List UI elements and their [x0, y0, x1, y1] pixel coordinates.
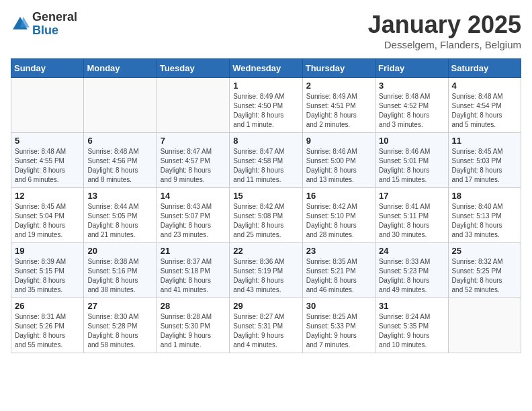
- day-number: 10: [379, 136, 444, 146]
- weekday-header-wednesday: Wednesday: [230, 59, 302, 78]
- day-info: Sunrise: 8:24 AM Sunset: 5:35 PM Dayligh…: [379, 312, 444, 350]
- day-info: Sunrise: 8:32 AM Sunset: 5:25 PM Dayligh…: [452, 257, 517, 295]
- day-info: Sunrise: 8:49 AM Sunset: 4:50 PM Dayligh…: [233, 92, 298, 130]
- weekday-header-sunday: Sunday: [11, 59, 84, 78]
- day-info: Sunrise: 8:48 AM Sunset: 4:52 PM Dayligh…: [379, 92, 444, 130]
- week-row-3: 12Sunrise: 8:45 AM Sunset: 5:04 PM Dayli…: [11, 188, 521, 243]
- day-number: 27: [87, 301, 152, 311]
- week-row-4: 19Sunrise: 8:39 AM Sunset: 5:15 PM Dayli…: [11, 243, 521, 298]
- day-number: 1: [233, 81, 298, 91]
- weekday-header-monday: Monday: [84, 59, 157, 78]
- day-info: Sunrise: 8:46 AM Sunset: 5:00 PM Dayligh…: [306, 147, 371, 185]
- weekday-header-friday: Friday: [375, 59, 448, 78]
- day-number: 24: [379, 246, 444, 256]
- day-number: 5: [15, 136, 80, 146]
- day-info: Sunrise: 8:27 AM Sunset: 5:31 PM Dayligh…: [233, 312, 298, 350]
- day-cell: [11, 78, 84, 133]
- day-number: 31: [379, 301, 444, 311]
- day-cell: 29Sunrise: 8:27 AM Sunset: 5:31 PM Dayli…: [230, 298, 302, 353]
- day-cell: 18Sunrise: 8:40 AM Sunset: 5:13 PM Dayli…: [448, 188, 521, 243]
- day-number: 18: [452, 191, 517, 201]
- logo: General Blue: [11, 11, 77, 38]
- day-number: 8: [233, 136, 298, 146]
- day-info: Sunrise: 8:25 AM Sunset: 5:33 PM Dayligh…: [306, 312, 371, 350]
- day-cell: 24Sunrise: 8:33 AM Sunset: 5:23 PM Dayli…: [375, 243, 448, 298]
- day-number: 26: [15, 301, 80, 311]
- day-info: Sunrise: 8:48 AM Sunset: 4:54 PM Dayligh…: [452, 92, 517, 130]
- day-cell: 4Sunrise: 8:48 AM Sunset: 4:54 PM Daylig…: [448, 78, 521, 133]
- day-number: 3: [379, 81, 444, 91]
- day-number: 20: [87, 246, 152, 256]
- day-number: 25: [452, 246, 517, 256]
- day-cell: 13Sunrise: 8:44 AM Sunset: 5:05 PM Dayli…: [84, 188, 157, 243]
- title-area: January 2025 Desselgem, Flanders, Belgiu…: [368, 11, 521, 50]
- day-number: 13: [87, 191, 152, 201]
- day-info: Sunrise: 8:43 AM Sunset: 5:07 PM Dayligh…: [161, 202, 226, 240]
- day-cell: 17Sunrise: 8:41 AM Sunset: 5:11 PM Dayli…: [375, 188, 448, 243]
- day-cell: 20Sunrise: 8:38 AM Sunset: 5:16 PM Dayli…: [84, 243, 157, 298]
- day-cell: 11Sunrise: 8:45 AM Sunset: 5:03 PM Dayli…: [448, 133, 521, 188]
- day-info: Sunrise: 8:47 AM Sunset: 4:58 PM Dayligh…: [233, 147, 298, 185]
- day-cell: 21Sunrise: 8:37 AM Sunset: 5:18 PM Dayli…: [157, 243, 229, 298]
- day-info: Sunrise: 8:41 AM Sunset: 5:11 PM Dayligh…: [379, 202, 444, 240]
- day-cell: 5Sunrise: 8:48 AM Sunset: 4:55 PM Daylig…: [11, 133, 84, 188]
- day-cell: 12Sunrise: 8:45 AM Sunset: 5:04 PM Dayli…: [11, 188, 84, 243]
- weekday-header-thursday: Thursday: [302, 59, 375, 78]
- calendar-table: SundayMondayTuesdayWednesdayThursdayFrid…: [11, 58, 521, 353]
- day-number: 21: [161, 246, 226, 256]
- day-info: Sunrise: 8:42 AM Sunset: 5:08 PM Dayligh…: [233, 202, 298, 240]
- day-info: Sunrise: 8:38 AM Sunset: 5:16 PM Dayligh…: [87, 257, 152, 295]
- day-info: Sunrise: 8:47 AM Sunset: 4:57 PM Dayligh…: [161, 147, 226, 185]
- day-info: Sunrise: 8:37 AM Sunset: 5:18 PM Dayligh…: [161, 257, 226, 295]
- calendar-title: January 2025: [368, 11, 521, 39]
- day-number: 11: [452, 136, 517, 146]
- day-cell: 3Sunrise: 8:48 AM Sunset: 4:52 PM Daylig…: [375, 78, 448, 133]
- day-cell: 28Sunrise: 8:28 AM Sunset: 5:30 PM Dayli…: [157, 298, 229, 353]
- page-header: General Blue January 2025 Desselgem, Fla…: [11, 11, 521, 50]
- day-info: Sunrise: 8:35 AM Sunset: 5:21 PM Dayligh…: [306, 257, 371, 295]
- calendar-subtitle: Desselgem, Flanders, Belgium: [368, 39, 521, 50]
- day-number: 9: [306, 136, 371, 146]
- day-number: 19: [15, 246, 80, 256]
- day-info: Sunrise: 8:45 AM Sunset: 5:04 PM Dayligh…: [15, 202, 80, 240]
- day-info: Sunrise: 8:48 AM Sunset: 4:55 PM Dayligh…: [15, 147, 80, 185]
- day-info: Sunrise: 8:49 AM Sunset: 4:51 PM Dayligh…: [306, 92, 371, 130]
- day-cell: 10Sunrise: 8:46 AM Sunset: 5:01 PM Dayli…: [375, 133, 448, 188]
- day-info: Sunrise: 8:44 AM Sunset: 5:05 PM Dayligh…: [87, 202, 152, 240]
- logo-blue-text: Blue: [32, 24, 77, 38]
- day-number: 12: [15, 191, 80, 201]
- day-cell: 1Sunrise: 8:49 AM Sunset: 4:50 PM Daylig…: [230, 78, 302, 133]
- day-info: Sunrise: 8:46 AM Sunset: 5:01 PM Dayligh…: [379, 147, 444, 185]
- day-cell: [448, 298, 521, 353]
- day-cell: 16Sunrise: 8:42 AM Sunset: 5:10 PM Dayli…: [302, 188, 375, 243]
- day-number: 30: [306, 301, 371, 311]
- day-info: Sunrise: 8:28 AM Sunset: 5:30 PM Dayligh…: [161, 312, 226, 350]
- day-number: 16: [306, 191, 371, 201]
- day-cell: 6Sunrise: 8:48 AM Sunset: 4:56 PM Daylig…: [84, 133, 157, 188]
- day-info: Sunrise: 8:33 AM Sunset: 5:23 PM Dayligh…: [379, 257, 444, 295]
- day-number: 6: [87, 136, 152, 146]
- day-number: 7: [161, 136, 226, 146]
- day-cell: 25Sunrise: 8:32 AM Sunset: 5:25 PM Dayli…: [448, 243, 521, 298]
- day-cell: 2Sunrise: 8:49 AM Sunset: 4:51 PM Daylig…: [302, 78, 375, 133]
- day-cell: 30Sunrise: 8:25 AM Sunset: 5:33 PM Dayli…: [302, 298, 375, 353]
- day-number: 2: [306, 81, 371, 91]
- logo-icon: [11, 15, 30, 34]
- day-cell: 23Sunrise: 8:35 AM Sunset: 5:21 PM Dayli…: [302, 243, 375, 298]
- day-cell: 27Sunrise: 8:30 AM Sunset: 5:28 PM Dayli…: [84, 298, 157, 353]
- day-cell: [157, 78, 229, 133]
- day-number: 22: [233, 246, 298, 256]
- day-info: Sunrise: 8:45 AM Sunset: 5:03 PM Dayligh…: [452, 147, 517, 185]
- weekday-header-row: SundayMondayTuesdayWednesdayThursdayFrid…: [11, 59, 521, 78]
- day-info: Sunrise: 8:42 AM Sunset: 5:10 PM Dayligh…: [306, 202, 371, 240]
- day-number: 14: [161, 191, 226, 201]
- week-row-1: 1Sunrise: 8:49 AM Sunset: 4:50 PM Daylig…: [11, 78, 521, 133]
- day-cell: 7Sunrise: 8:47 AM Sunset: 4:57 PM Daylig…: [157, 133, 229, 188]
- day-cell: 22Sunrise: 8:36 AM Sunset: 5:19 PM Dayli…: [230, 243, 302, 298]
- day-info: Sunrise: 8:31 AM Sunset: 5:26 PM Dayligh…: [15, 312, 80, 350]
- logo-general-text: General: [32, 11, 77, 24]
- day-number: 4: [452, 81, 517, 91]
- day-info: Sunrise: 8:30 AM Sunset: 5:28 PM Dayligh…: [87, 312, 152, 350]
- day-cell: 8Sunrise: 8:47 AM Sunset: 4:58 PM Daylig…: [230, 133, 302, 188]
- day-info: Sunrise: 8:48 AM Sunset: 4:56 PM Dayligh…: [87, 147, 152, 185]
